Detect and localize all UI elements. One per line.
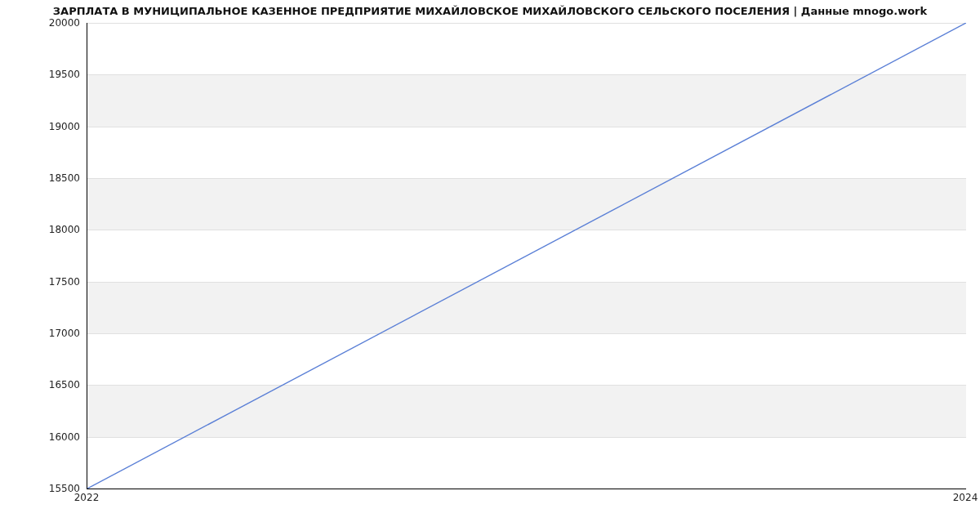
y-tick-label: 19500	[49, 69, 80, 80]
y-gridline	[87, 489, 966, 489]
salary-line-chart: ЗАРПЛАТА В МУНИЦИПАЛЬНОЕ КАЗЕННОЕ ПРЕДПР…	[0, 0, 980, 531]
y-tick-label: 18500	[49, 172, 80, 184]
y-tick-label: 17000	[49, 328, 80, 339]
data-line	[87, 23, 966, 489]
y-tick-label: 20000	[49, 17, 80, 29]
y-tick-label: 16000	[49, 431, 80, 443]
y-tick-label: 19000	[49, 121, 80, 132]
y-tick-label: 16500	[49, 379, 80, 390]
y-tick-label: 17500	[49, 276, 80, 288]
plot-area	[87, 23, 966, 489]
x-tick-label: 2024	[953, 492, 978, 503]
chart-title: ЗАРПЛАТА В МУНИЦИПАЛЬНОЕ КАЗЕННОЕ ПРЕДПР…	[0, 5, 980, 17]
x-tick-label: 2022	[74, 492, 100, 503]
y-tick-label: 18000	[49, 224, 80, 235]
